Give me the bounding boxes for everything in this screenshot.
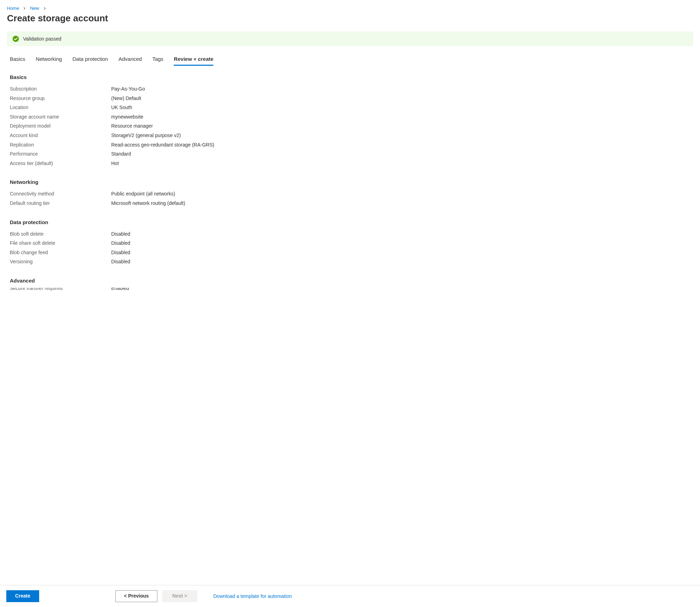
section-data-protection-title: Data protection — [10, 219, 693, 225]
kv-row: Subscription Pay-As-You-Go — [10, 84, 693, 94]
kv-label: Blob soft delete — [10, 229, 111, 239]
footer: Create < Previous Next > Download a temp… — [0, 585, 700, 607]
kv-label: Access tier (default) — [10, 159, 111, 168]
section-advanced: Advanced Secure transfer required Enable… — [10, 278, 693, 293]
tab-advanced[interactable]: Advanced — [119, 53, 142, 66]
kv-label: Deployment model — [10, 121, 111, 131]
section-data-protection: Data protection Blob soft delete Disable… — [10, 219, 693, 266]
kv-value: Pay-As-You-Go — [111, 84, 145, 94]
kv-value: Public endpoint (all networks) — [111, 189, 175, 199]
section-basics-title: Basics — [10, 74, 693, 80]
kv-value: Disabled — [111, 257, 130, 266]
kv-row: Blob change feed Disabled — [10, 248, 693, 257]
kv-row: Connectivity method Public endpoint (all… — [10, 189, 693, 199]
kv-value: Resource manager — [111, 121, 153, 131]
kv-row: Default routing tier Microsoft network r… — [10, 199, 693, 208]
review-content: Basics Subscription Pay-As-You-Go Resour… — [7, 74, 693, 585]
kv-label: Resource group — [10, 94, 111, 103]
kv-value: Disabled — [111, 238, 130, 248]
kv-label: Versioning — [10, 257, 111, 266]
breadcrumb-home[interactable]: Home — [7, 6, 19, 11]
kv-row: Storage account name mynewwebsite — [10, 112, 693, 122]
kv-value: UK South — [111, 103, 132, 112]
validation-banner: Validation passed — [7, 31, 693, 46]
kv-row: Resource group (New) Default — [10, 94, 693, 103]
tab-data-protection[interactable]: Data protection — [72, 53, 108, 66]
tab-review-create[interactable]: Review + create — [174, 53, 213, 66]
chevron-right-icon — [23, 6, 26, 11]
kv-value: Read-access geo-redundant storage (RA-GR… — [111, 140, 214, 150]
kv-label: Storage account name — [10, 112, 111, 122]
kv-value: Hot — [111, 159, 119, 168]
section-advanced-title: Advanced — [10, 278, 693, 284]
kv-label: Location — [10, 103, 111, 112]
kv-label: Replication — [10, 140, 111, 150]
download-template-link[interactable]: Download a template for automation — [213, 593, 292, 599]
kv-row: Secure transfer required Enabled — [10, 288, 693, 293]
kv-label: Subscription — [10, 84, 111, 94]
kv-value: Standard — [111, 149, 131, 159]
tab-tags[interactable]: Tags — [152, 53, 164, 66]
kv-row: Blob soft delete Disabled — [10, 229, 693, 239]
kv-row: Location UK South — [10, 103, 693, 112]
kv-label: Default routing tier — [10, 199, 111, 208]
breadcrumb: Home New — [7, 6, 693, 11]
kv-label: Connectivity method — [10, 189, 111, 199]
kv-value: (New) Default — [111, 94, 141, 103]
kv-label: File share soft delete — [10, 238, 111, 248]
page-title: Create storage account — [7, 13, 693, 24]
next-button: Next > — [162, 590, 197, 602]
kv-label: Blob change feed — [10, 248, 111, 257]
kv-value: Microsoft network routing (default) — [111, 199, 185, 208]
kv-row: Access tier (default) Hot — [10, 159, 693, 168]
kv-row: Performance Standard — [10, 149, 693, 159]
kv-row: File share soft delete Disabled — [10, 238, 693, 248]
kv-value: StorageV2 (general purpose v2) — [111, 131, 181, 140]
kv-row: Versioning Disabled — [10, 257, 693, 266]
check-circle-icon — [13, 36, 19, 42]
create-button[interactable]: Create — [6, 590, 39, 602]
section-networking: Networking Connectivity method Public en… — [10, 179, 693, 208]
section-basics: Basics Subscription Pay-As-You-Go Resour… — [10, 74, 693, 168]
kv-row: Deployment model Resource manager — [10, 121, 693, 131]
tab-networking[interactable]: Networking — [36, 53, 62, 66]
tab-basics[interactable]: Basics — [10, 53, 25, 66]
validation-message: Validation passed — [23, 36, 61, 42]
kv-value: Enabled — [111, 288, 129, 288]
kv-label: Performance — [10, 149, 111, 159]
tabs: Basics Networking Data protection Advanc… — [7, 53, 693, 66]
kv-value: mynewwebsite — [111, 112, 143, 122]
breadcrumb-new[interactable]: New — [30, 6, 39, 11]
section-networking-title: Networking — [10, 179, 693, 185]
kv-label: Account kind — [10, 131, 111, 140]
kv-value: Disabled — [111, 229, 130, 239]
kv-row: Account kind StorageV2 (general purpose … — [10, 131, 693, 140]
chevron-right-icon — [43, 6, 46, 11]
kv-value: Disabled — [111, 248, 130, 257]
previous-button[interactable]: < Previous — [115, 590, 157, 602]
kv-row: Replication Read-access geo-redundant st… — [10, 140, 693, 150]
svg-point-0 — [13, 36, 19, 42]
kv-label: Secure transfer required — [10, 288, 111, 288]
